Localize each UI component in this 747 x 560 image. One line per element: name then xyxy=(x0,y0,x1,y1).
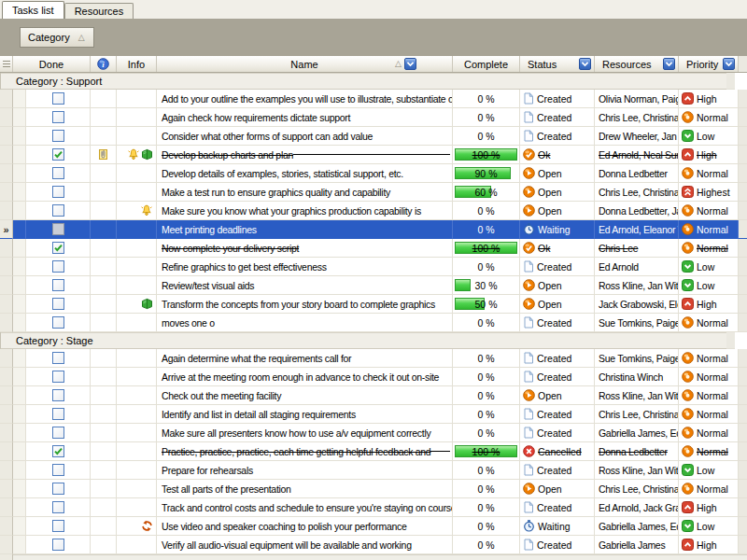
task-name-cell: Transform the concepts from your story b… xyxy=(157,295,453,314)
filter-button-priority[interactable] xyxy=(723,58,735,70)
complete-cell: 0 % xyxy=(453,108,520,127)
done-checkbox[interactable] xyxy=(52,223,64,235)
done-checkbox[interactable] xyxy=(52,445,64,457)
priority-cell: Low xyxy=(679,127,739,146)
priority-normal-icon xyxy=(682,223,694,235)
done-checkbox[interactable] xyxy=(52,520,64,532)
done-checkbox[interactable] xyxy=(52,408,64,420)
task-row[interactable]: »Meet printing deadlines0 %WaitingEd Arn… xyxy=(0,220,747,239)
task-row[interactable]: Check out the meeting facility0 %OpenRos… xyxy=(0,386,747,405)
priority-cell: High xyxy=(679,146,739,164)
task-name: Use video and speaker coaching to polish… xyxy=(162,521,406,532)
complete-cell: 0 % xyxy=(453,498,520,517)
done-checkbox[interactable] xyxy=(52,186,64,198)
header-complete[interactable]: Complete xyxy=(453,56,520,72)
task-row[interactable]: Make sure all presenters know how to use… xyxy=(0,424,747,442)
done-checkbox[interactable] xyxy=(52,352,64,364)
grid-right-filler xyxy=(739,127,747,146)
group-category-button[interactable]: Category △ xyxy=(20,27,94,48)
priority-normal-icon xyxy=(682,316,694,329)
attachment-cell xyxy=(91,405,117,424)
done-checkbox[interactable] xyxy=(52,316,64,329)
task-row[interactable]: Transform the concepts from your story b… xyxy=(0,295,747,314)
header-done[interactable]: Done xyxy=(13,56,91,72)
task-row[interactable]: Prepare for rehearsals0 %CreatedRoss Kli… xyxy=(0,461,747,480)
done-checkbox[interactable] xyxy=(52,167,64,179)
header-resources[interactable]: Resources xyxy=(595,56,679,72)
done-checkbox[interactable] xyxy=(52,92,64,105)
task-row[interactable]: Verify all audio-visual equipment will b… xyxy=(0,536,747,554)
status-label: Created xyxy=(537,427,571,439)
tab-tasks-list[interactable]: Tasks list xyxy=(2,1,64,19)
info-cell xyxy=(117,239,157,258)
task-row[interactable]: Refine graphics to get best effectivenes… xyxy=(0,258,747,276)
info-cell xyxy=(117,164,157,183)
task-row[interactable]: Make a test run to ensure graphics quali… xyxy=(0,183,747,202)
done-checkbox[interactable] xyxy=(52,148,64,161)
done-checkbox[interactable] xyxy=(52,204,64,217)
header-status[interactable]: Status xyxy=(520,56,595,72)
attachment-cell xyxy=(91,349,117,368)
done-checkbox[interactable] xyxy=(52,464,64,476)
done-checkbox[interactable] xyxy=(52,111,64,123)
tab-resources[interactable]: Resources xyxy=(64,3,134,19)
filter-button-name[interactable] xyxy=(404,58,416,70)
done-checkbox[interactable] xyxy=(52,389,64,401)
resources-cell: Ross Kline, Jan Wittin xyxy=(595,276,679,295)
task-name: Now complete your delivery script xyxy=(162,243,299,254)
done-checkbox[interactable] xyxy=(52,242,64,254)
header-priority[interactable]: Priority xyxy=(679,56,739,72)
grid-right-filler xyxy=(739,183,747,202)
task-row[interactable]: Again determine what the requirements ca… xyxy=(0,349,747,368)
task-row[interactable]: Arrive at the meeting room enough in adv… xyxy=(0,368,747,386)
resources-cell: Ed Arnold xyxy=(595,258,679,276)
task-row[interactable]: Make sure you know what your graphics pr… xyxy=(0,202,747,220)
group-row[interactable]: Category : Stage xyxy=(0,332,747,349)
task-row[interactable]: Use video and speaker coaching to polish… xyxy=(0,517,747,536)
info-cell xyxy=(117,517,157,536)
done-checkbox[interactable] xyxy=(52,483,64,495)
filter-button-resources[interactable] xyxy=(663,58,675,70)
task-row[interactable]: Now complete your delivery script100 %Ok… xyxy=(0,239,747,258)
task-row[interactable]: Add to your outline the examples you wil… xyxy=(0,90,747,108)
task-row[interactable]: Review/test visual aids30 %OpenRoss Klin… xyxy=(0,276,747,295)
task-row[interactable]: Develop backup charts and plan100 %OkEd … xyxy=(0,146,747,164)
task-row[interactable]: moves one o0 %CreatedSue Tomkins, Paige … xyxy=(0,314,747,332)
done-checkbox[interactable] xyxy=(52,427,64,439)
header-name[interactable]: Name △ xyxy=(157,56,453,72)
task-row[interactable]: Track and control costs and schedule to … xyxy=(0,498,747,517)
task-row[interactable]: Consider what other forms of support can… xyxy=(0,127,747,146)
attachment-cell xyxy=(91,480,117,498)
done-cell xyxy=(26,314,91,332)
done-cell xyxy=(26,239,91,258)
group-row[interactable]: Category : Support xyxy=(0,73,747,90)
done-checkbox[interactable] xyxy=(52,130,64,142)
attachment-cell xyxy=(91,442,117,461)
resources-text: Ross Kline, Jan Wittin xyxy=(599,465,679,476)
status-label: Ok xyxy=(538,243,550,254)
header-info-icon-column[interactable]: i xyxy=(91,56,117,72)
done-checkbox[interactable] xyxy=(52,260,64,273)
done-cell xyxy=(26,258,91,276)
done-checkbox[interactable] xyxy=(52,501,64,513)
priority-cell: Normal xyxy=(679,239,739,258)
group-indent-cell xyxy=(13,220,26,239)
header-info[interactable]: Info xyxy=(117,56,157,72)
priority-cell: High xyxy=(679,90,739,108)
task-row[interactable]: Practice, practice, practice, each time … xyxy=(0,442,747,461)
done-checkbox[interactable] xyxy=(52,279,64,291)
done-checkbox[interactable] xyxy=(52,539,64,551)
priority-low-icon xyxy=(682,520,694,532)
done-checkbox[interactable] xyxy=(52,298,64,310)
done-checkbox[interactable] xyxy=(52,371,64,383)
task-name-cell: Practice, practice, practice, each time … xyxy=(157,442,453,461)
resources-cell: Ross Kline, Jan Wittin xyxy=(595,386,679,405)
task-row[interactable]: Again check how requirements dictate sup… xyxy=(0,108,747,127)
done-cell xyxy=(26,220,91,239)
task-row[interactable]: Identify and list in detail all staging … xyxy=(0,405,747,424)
filter-button-status[interactable] xyxy=(579,58,591,70)
grid-right-filler xyxy=(739,146,747,164)
task-row[interactable]: Develop details of examples, stories, st… xyxy=(0,164,747,183)
header-status-label: Status xyxy=(528,59,557,70)
task-row[interactable]: Test all parts of the presentation0 %Ope… xyxy=(0,480,747,498)
